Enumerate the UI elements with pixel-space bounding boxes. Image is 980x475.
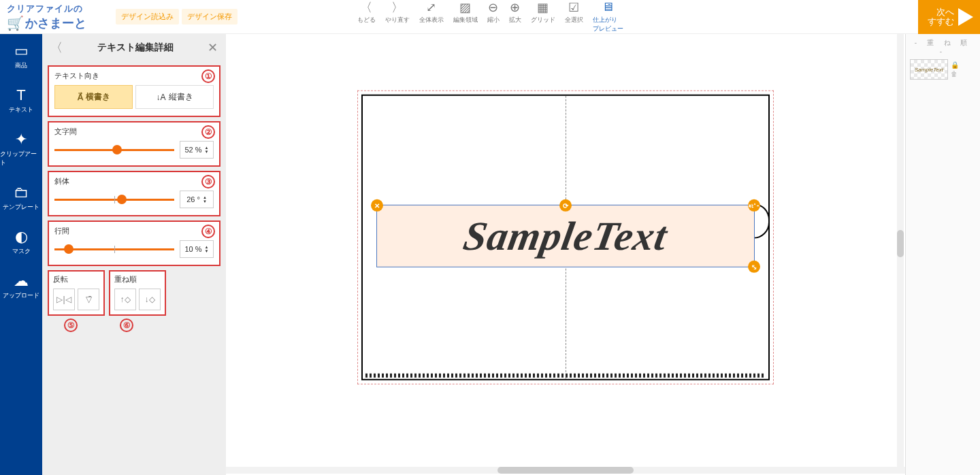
zoomout-button[interactable]: ⊖ 縮小	[487, 1, 500, 33]
crop-icon: ▨	[459, 1, 471, 14]
flip-vertical-button[interactable]: ▽̄	[78, 289, 99, 310]
canvas-area[interactable]: SampleText ✕ ⟳ ｺﾋﾟｰ ⤡	[226, 34, 905, 475]
spacing-slider[interactable]	[54, 142, 174, 158]
cart-icon: 🛒	[7, 15, 24, 31]
logo-main: かさまーと	[25, 15, 86, 31]
leading-slider[interactable]	[54, 241, 174, 257]
star-icon: ✦	[15, 131, 27, 148]
design-load-button[interactable]: デザイン読込み	[116, 9, 179, 24]
mask-icon: ◐	[15, 228, 28, 246]
badge-3: ③	[201, 175, 215, 189]
chevron-right-icon: 〉	[391, 1, 404, 14]
vertical-button[interactable]: ↓A 縦書き	[135, 85, 214, 109]
badge-1: ①	[201, 69, 215, 83]
layer-down-icon: ↓◇	[145, 295, 155, 304]
orientation-group: ① テキスト向き A⃗ 横書き ↓A 縦書き	[48, 65, 220, 117]
grid-icon: ▦	[537, 1, 549, 14]
flip-horizontal-button[interactable]: ▷|◁	[53, 289, 75, 310]
chevron-left-icon: 〈	[360, 1, 372, 14]
layer-thumbnail: SampleText	[910, 59, 948, 80]
spacing-value[interactable]: 52 % ▲▼	[180, 141, 214, 159]
logo: クリアファイルの 🛒 かさまーと	[0, 3, 112, 31]
horizontal-scrollbar[interactable]	[226, 467, 905, 474]
spinner-icon[interactable]: ▲▼	[205, 245, 209, 253]
flip-v-icon: ▽̄	[86, 295, 92, 304]
layers-panel: - 重 ね 順 - SampleText 🔒 🗑	[905, 34, 980, 475]
nav-clipart[interactable]: ✦ クリップアート	[0, 122, 42, 176]
badge-6: ⑥	[120, 318, 133, 332]
nav-text[interactable]: T テキスト	[0, 78, 42, 122]
sample-text: SampleText	[372, 206, 760, 267]
resize-handle[interactable]: ⤡	[748, 261, 760, 273]
leading-group: ④ 行間 10 % ▲▼	[48, 220, 220, 266]
left-nav: ▭ 商品 T テキスト ✦ クリップアート 🗀 テンプレート ◐ マスク ☁ ア…	[0, 34, 42, 475]
layer-up-icon: ↑◇	[120, 295, 131, 304]
header: クリアファイルの 🛒 かさまーと デザイン読込み デザイン保存 〈 もどる 〉 …	[0, 0, 980, 34]
selectall-button[interactable]: ☑ 全選択	[565, 1, 583, 33]
horizontal-icon: A⃗	[78, 93, 83, 102]
send-backward-button[interactable]: ↓◇	[139, 289, 161, 310]
side-panel: 〈 テキスト編集詳細 ✕ ① テキスト向き A⃗ 横書き ↓A 縦書き ② 文字…	[42, 34, 226, 475]
undo-button[interactable]: 〈 もどる	[357, 1, 376, 33]
bring-forward-button[interactable]: ↑◇	[114, 289, 136, 310]
selectall-icon: ☑	[568, 1, 579, 14]
leading-value[interactable]: 10 % ▲▼	[180, 240, 214, 258]
nav-product[interactable]: ▭ 商品	[0, 34, 42, 78]
vertical-icon: ↓A	[156, 93, 165, 102]
editarea-button[interactable]: ▨ 編集領域	[453, 1, 478, 33]
grid-button[interactable]: ▦ グリッド	[531, 1, 555, 33]
badge-2: ②	[201, 125, 215, 139]
redo-button[interactable]: 〉 やり直す	[385, 1, 410, 33]
flip-group: 反転 ▷|◁ ▽̄	[48, 270, 105, 316]
badge-5: ⑤	[64, 318, 78, 332]
preview-button[interactable]: 🖥 仕上がり プレビュー	[593, 1, 623, 33]
text-object[interactable]: SampleText ✕ ⟳ ｺﾋﾟｰ ⤡	[376, 205, 755, 267]
lock-icon[interactable]: 🔒	[951, 61, 959, 69]
rotate-handle[interactable]: ⟳	[559, 199, 572, 212]
expand-icon: ⤢	[426, 1, 436, 14]
design-save-button[interactable]: デザイン保存	[182, 9, 238, 24]
clearfile-outline: SampleText ✕ ⟳ ｺﾋﾟｰ ⤡	[361, 95, 770, 380]
spinner-icon[interactable]: ▲▼	[203, 195, 207, 203]
zoom-out-icon: ⊖	[488, 1, 498, 14]
italic-slider[interactable]	[54, 191, 174, 208]
trash-icon[interactable]: 🗑	[951, 70, 959, 78]
text-icon: T	[16, 86, 25, 104]
italic-value[interactable]: 26 ° ▲▼	[180, 191, 214, 208]
play-icon	[958, 8, 973, 26]
layers-header: - 重 ね 順 -	[910, 38, 976, 55]
spacing-group: ② 文字間 52 % ▲▼	[48, 121, 220, 167]
flip-h-icon: ▷|◁	[56, 295, 71, 304]
delete-handle[interactable]: ✕	[371, 199, 383, 212]
cloud-upload-icon: ☁	[14, 272, 29, 290]
panel-back-button[interactable]: 〈	[50, 39, 63, 56]
panel-close-button[interactable]: ✕	[208, 40, 218, 55]
badge-4: ④	[201, 225, 215, 238]
logo-subtitle: クリアファイルの	[7, 3, 112, 15]
nav-upload[interactable]: ☁ アップロード	[0, 264, 42, 308]
panel-title: テキスト編集詳細	[97, 42, 174, 54]
fullview-button[interactable]: ⤢ 全体表示	[419, 1, 444, 33]
next-button[interactable]: 次へ すすむ	[918, 0, 980, 34]
monitor-icon: 🖥	[602, 1, 614, 14]
zoom-in-icon: ⊕	[510, 1, 520, 14]
order-group: 重ね順 ↑◇ ↓◇	[109, 270, 166, 316]
horizontal-button[interactable]: A⃗ 横書き	[54, 85, 133, 109]
italic-group: ③ 斜体 26 ° ▲▼	[48, 171, 220, 216]
svg-marker-0	[958, 8, 973, 26]
document-icon: ▭	[14, 42, 29, 60]
zoomin-button[interactable]: ⊕ 拡大	[509, 1, 521, 33]
toolbar: 〈 もどる 〉 やり直す ⤢ 全体表示 ▨ 編集領域 ⊖ 縮小 ⊕ 拡大 ▦ グ…	[357, 1, 623, 33]
spinner-icon[interactable]: ▲▼	[205, 146, 209, 154]
layer-item[interactable]: SampleText 🔒 🗑	[910, 59, 976, 80]
nav-template[interactable]: 🗀 テンプレート	[0, 176, 42, 220]
vertical-scrollbar[interactable]	[897, 34, 904, 470]
copy-handle[interactable]: ｺﾋﾟｰ	[748, 199, 760, 212]
folder-icon: 🗀	[14, 184, 29, 201]
perforation	[365, 374, 766, 378]
nav-mask[interactable]: ◐ マスク	[0, 220, 42, 264]
